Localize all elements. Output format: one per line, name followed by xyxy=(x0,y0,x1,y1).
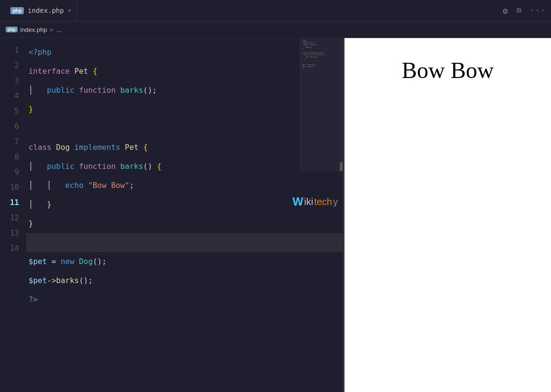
code-area: 1 2 3 4 5 6 7 8 9 10 11 12 13 14 <?php xyxy=(0,38,343,392)
code-line-1: <?php xyxy=(26,43,343,62)
code-line-2: interface Pet { xyxy=(26,62,343,81)
tab-index-php[interactable]: php index.php × xyxy=(5,0,77,21)
code-line-11 xyxy=(26,233,343,252)
php-icon: php xyxy=(10,7,24,14)
code-line-3: │ public function barks(); xyxy=(26,81,343,100)
minimap-content: <?php interface Pet { public function ba… xyxy=(302,40,341,70)
browser-output: Bow Bow xyxy=(402,57,493,83)
line-num-7: 7 xyxy=(0,134,19,149)
breadcrumb-file[interactable]: index.php xyxy=(20,26,47,33)
tab-label: index.php xyxy=(28,7,64,14)
line-num-9: 9 xyxy=(0,165,19,180)
line-num-13: 13 xyxy=(0,225,19,241)
more-actions-icon[interactable]: ··· xyxy=(530,6,546,16)
breadcrumb: php index.php > ... xyxy=(0,21,551,38)
line-num-14: 14 xyxy=(0,241,19,256)
code-line-10: } xyxy=(26,214,343,233)
line-num-10: 10 xyxy=(0,180,19,195)
tab-close-button[interactable]: × xyxy=(68,7,71,14)
line-numbers: 1 2 3 4 5 6 7 8 9 10 11 12 13 14 xyxy=(0,38,26,392)
browser-pane: Bow Bow xyxy=(344,38,551,392)
main-area: <?php interface Pet { public function ba… xyxy=(0,38,551,392)
title-bar: php index.php × ⚙︎ ⊟ ··· xyxy=(0,0,551,21)
code-line-4: } xyxy=(26,100,343,119)
breadcrumb-separator: > xyxy=(50,26,54,33)
line-num-2: 2 xyxy=(0,58,19,73)
title-bar-icons: ⚙︎ ⊟ ··· xyxy=(503,6,546,16)
code-line-12: $pet = new Dog(); xyxy=(26,252,343,271)
watermark: Wikitechy xyxy=(293,195,338,208)
split-editor-icon[interactable]: ⊟ xyxy=(516,6,521,16)
breadcrumb-php-icon: php xyxy=(6,27,18,32)
line-num-5: 5 xyxy=(0,104,19,119)
code-line-13: $pet->barks(); xyxy=(26,271,343,290)
minimap: <?php interface Pet { public function ba… xyxy=(300,38,343,171)
code-line-5 xyxy=(26,119,343,138)
line-num-3: 3 xyxy=(0,73,19,88)
editor-pane[interactable]: <?php interface Pet { public function ba… xyxy=(0,38,343,392)
line-num-6: 6 xyxy=(0,119,19,134)
debug-icon[interactable]: ⚙︎ xyxy=(503,6,508,16)
line-num-8: 8 xyxy=(0,149,19,165)
code-line-7: │ public function barks() { xyxy=(26,157,343,176)
line-num-11: 11 xyxy=(0,195,19,210)
code-lines: <?php interface Pet { │ public function … xyxy=(26,38,343,392)
line-num-1: 1 xyxy=(0,43,19,58)
breadcrumb-more[interactable]: ... xyxy=(57,26,62,33)
line-num-4: 4 xyxy=(0,88,19,104)
code-line-8: │ │ echo "Bow Bow"; xyxy=(26,176,343,195)
code-line-6: class Dog implements Pet { xyxy=(26,138,343,157)
browser-content: Bow Bow xyxy=(344,38,551,392)
code-line-14: ?> xyxy=(26,290,343,309)
minimap-scrollbar[interactable] xyxy=(340,162,343,171)
line-num-12: 12 xyxy=(0,210,19,225)
